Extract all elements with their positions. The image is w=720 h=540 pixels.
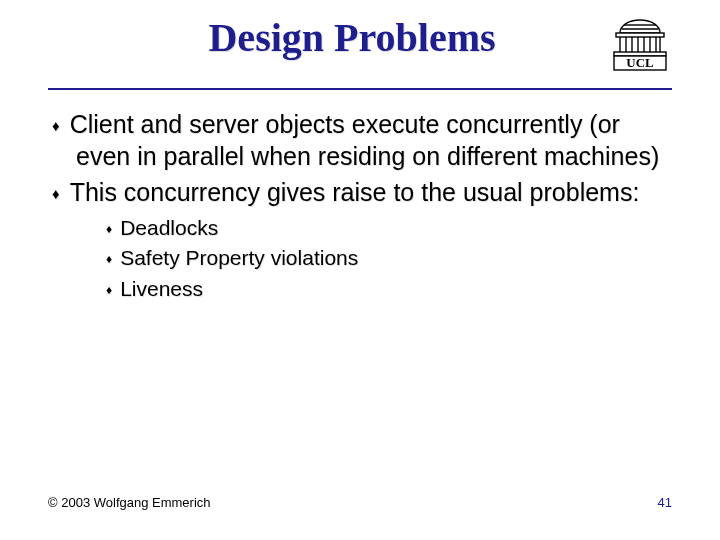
slide-title: Design Problems bbox=[48, 14, 596, 61]
bullet-text: This concurrency gives raise to the usua… bbox=[70, 178, 640, 206]
list-item: Liveness bbox=[106, 275, 668, 303]
list-item: This concurrency gives raise to the usua… bbox=[52, 176, 668, 303]
ucl-logo: UCL bbox=[608, 18, 672, 76]
page-number: 41 bbox=[658, 495, 672, 510]
bullet-text: Client and server objects execute concur… bbox=[70, 110, 660, 170]
title-row: Design Problems bbox=[48, 14, 672, 76]
list-item: Safety Property violations bbox=[106, 244, 668, 272]
bullet-text: Liveness bbox=[120, 277, 203, 300]
svg-rect-2 bbox=[616, 33, 664, 37]
building-icon: UCL bbox=[608, 18, 672, 72]
bullet-text: Safety Property violations bbox=[120, 246, 358, 269]
list-item: Client and server objects execute concur… bbox=[52, 108, 668, 172]
slide: Design Problems bbox=[0, 0, 720, 540]
logo-text: UCL bbox=[626, 55, 654, 70]
content-area: Client and server objects execute concur… bbox=[48, 108, 672, 303]
list-item: Deadlocks bbox=[106, 214, 668, 242]
title-underline bbox=[48, 88, 672, 90]
sub-bullet-list: Deadlocks Safety Property violations Liv… bbox=[76, 214, 668, 303]
bullet-text: Deadlocks bbox=[120, 216, 218, 239]
bullet-list: Client and server objects execute concur… bbox=[52, 108, 668, 303]
footer-copyright: © 2003 Wolfgang Emmerich bbox=[48, 495, 211, 510]
